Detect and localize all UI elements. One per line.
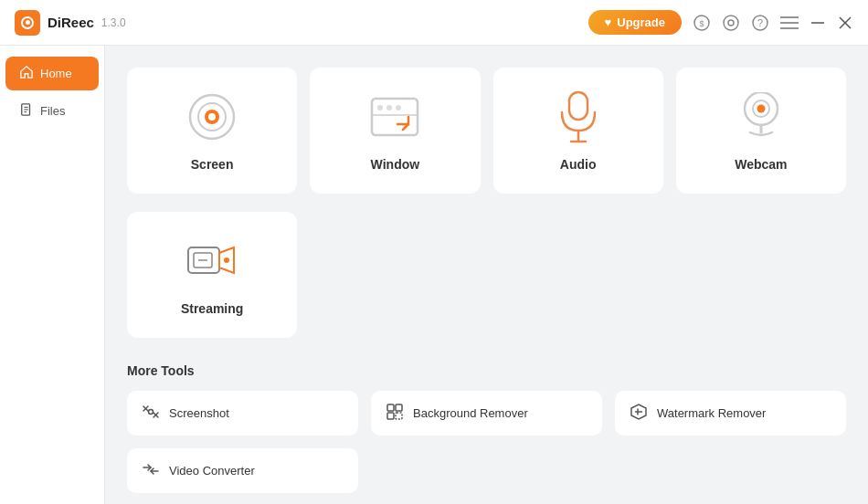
main-layout: Home Files bbox=[0, 46, 868, 504]
tools-grid-row2: Video Converter bbox=[127, 448, 846, 493]
svg-point-23 bbox=[396, 105, 401, 110]
svg-point-19 bbox=[208, 113, 216, 121]
app-logo bbox=[15, 10, 40, 36]
background-remover-icon bbox=[386, 403, 404, 424]
app-name: DiReec bbox=[48, 15, 94, 30]
video-converter-tool-label: Video Converter bbox=[169, 464, 255, 478]
webcam-card[interactable]: Webcam bbox=[676, 68, 846, 194]
audio-card[interactable]: Audio bbox=[493, 68, 663, 194]
menu-icon[interactable] bbox=[780, 14, 799, 32]
watermark-remover-tool-label: Watermark Remover bbox=[657, 406, 766, 420]
streaming-card-label: Streaming bbox=[181, 301, 243, 316]
upgrade-button[interactable]: ♥ Upgrade bbox=[588, 10, 682, 35]
svg-point-34 bbox=[224, 257, 229, 263]
background-remover-tool-btn[interactable]: Background Remover bbox=[371, 391, 602, 436]
video-converter-tool-btn[interactable]: Video Converter bbox=[127, 448, 358, 493]
screenshot-icon bbox=[142, 403, 160, 424]
upgrade-label: Upgrade bbox=[617, 16, 665, 29]
help-icon[interactable]: ? bbox=[751, 14, 769, 32]
streaming-card[interactable]: Streaming bbox=[127, 212, 297, 338]
screenshot-tool-label: Screenshot bbox=[169, 406, 229, 420]
sidebar: Home Files bbox=[0, 46, 105, 504]
audio-icon bbox=[551, 89, 606, 144]
svg-point-39 bbox=[149, 410, 153, 415]
content-area: Screen Window bbox=[105, 46, 868, 504]
svg-text:?: ? bbox=[757, 17, 763, 28]
screen-card-label: Screen bbox=[191, 157, 234, 172]
sidebar-home-label: Home bbox=[40, 67, 72, 80]
home-icon bbox=[20, 66, 33, 81]
titlebar-controls: ♥ Upgrade $ ? bbox=[588, 10, 853, 35]
sidebar-files-label: Files bbox=[40, 104, 65, 118]
files-icon bbox=[20, 103, 33, 119]
svg-rect-40 bbox=[387, 404, 394, 411]
heart-icon: ♥ bbox=[605, 16, 612, 29]
svg-rect-20 bbox=[372, 99, 418, 135]
main-cards-grid: Screen Window bbox=[127, 68, 846, 194]
streaming-icon bbox=[185, 234, 239, 289]
svg-point-21 bbox=[377, 105, 383, 110]
more-tools-title: More Tools bbox=[127, 363, 846, 378]
screen-icon bbox=[185, 89, 239, 144]
coin-icon[interactable]: $ bbox=[693, 14, 711, 32]
tools-grid: Screenshot Background Remover bbox=[127, 391, 846, 436]
svg-point-22 bbox=[386, 105, 392, 110]
logo-ring bbox=[21, 16, 34, 29]
webcam-icon bbox=[734, 89, 789, 144]
app-version: 1.3.0 bbox=[101, 16, 126, 29]
svg-text:$: $ bbox=[699, 19, 704, 28]
screen-card[interactable]: Screen bbox=[127, 68, 297, 194]
svg-point-30 bbox=[757, 105, 765, 113]
window-icon bbox=[367, 89, 422, 144]
svg-point-2 bbox=[724, 16, 738, 30]
settings-circle-icon[interactable] bbox=[722, 14, 740, 32]
app-identity: DiReec 1.3.0 bbox=[15, 10, 126, 36]
watermark-remover-icon bbox=[630, 403, 648, 424]
window-card[interactable]: Window bbox=[310, 68, 480, 194]
titlebar: DiReec 1.3.0 ♥ Upgrade $ ? bbox=[0, 0, 868, 46]
audio-card-label: Audio bbox=[560, 157, 597, 172]
second-cards-grid: Streaming bbox=[127, 212, 846, 338]
close-button[interactable] bbox=[837, 15, 853, 31]
watermark-remover-tool-btn[interactable]: Watermark Remover bbox=[615, 391, 846, 436]
window-card-label: Window bbox=[371, 157, 420, 172]
svg-rect-42 bbox=[387, 413, 394, 419]
sidebar-item-home[interactable]: Home bbox=[5, 57, 99, 90]
background-remover-tool-label: Background Remover bbox=[413, 406, 528, 420]
sidebar-item-files[interactable]: Files bbox=[5, 94, 99, 128]
screenshot-tool-btn[interactable]: Screenshot bbox=[127, 391, 358, 436]
svg-rect-43 bbox=[396, 413, 402, 419]
video-converter-icon bbox=[142, 460, 160, 481]
svg-rect-25 bbox=[569, 92, 587, 120]
svg-point-3 bbox=[728, 20, 734, 26]
minimize-button[interactable] bbox=[810, 15, 826, 31]
webcam-card-label: Webcam bbox=[735, 157, 787, 172]
more-tools-section: More Tools Screenshot bbox=[127, 363, 846, 493]
svg-rect-41 bbox=[396, 404, 402, 411]
logo-dot bbox=[26, 20, 30, 25]
